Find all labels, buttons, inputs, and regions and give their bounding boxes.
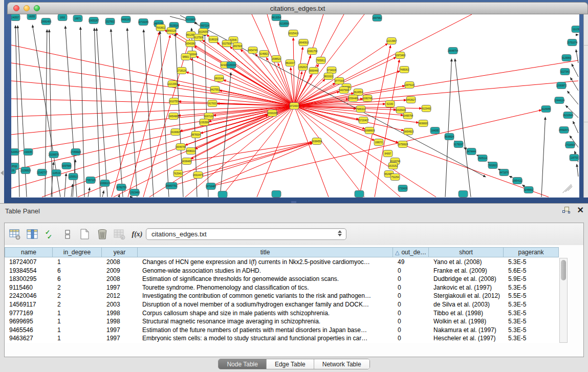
- table-cell[interactable]: 0: [393, 292, 429, 300]
- graph-node[interactable]: 20206576: [49, 151, 59, 158]
- table-cell[interactable]: Tibbo et al. (1998): [429, 309, 504, 318]
- graph-node[interactable]: 9146821: [259, 51, 269, 57]
- column-header-indegree[interactable]: in_degree: [53, 247, 102, 257]
- graph-node[interactable]: 9990448: [309, 68, 318, 74]
- table-row[interactable]: 977716911998Corpus callosum shape and si…: [5, 309, 559, 318]
- panel-collapse-arrow-icon[interactable]: [1, 170, 4, 176]
- minimize-window-button[interactable]: [24, 5, 30, 11]
- table-cell[interactable]: 0: [393, 267, 429, 275]
- table-cell[interactable]: 9115460: [5, 283, 53, 292]
- graph-node[interactable]: 4099489: [182, 158, 191, 165]
- graph-node[interactable]: 9857791: [168, 183, 177, 189]
- graph-node[interactable]: 6734028: [327, 67, 336, 74]
- table-cell[interactable]: 5.3E-5: [504, 258, 559, 267]
- table-cell[interactable]: 5.3E-5: [504, 309, 559, 318]
- table-cell[interactable]: 0: [393, 317, 429, 326]
- graph-node[interactable]: 9699695: [419, 120, 428, 127]
- table-cell[interactable]: Investigating the contribution of common…: [138, 292, 393, 300]
- graph-node[interactable]: 1250513: [69, 173, 78, 180]
- graph-node[interactable]: 8427552: [210, 86, 220, 93]
- graph-node[interactable]: 2935114: [478, 155, 487, 162]
- graph-node[interactable]: 2867608: [233, 43, 242, 50]
- graph-node[interactable]: 8498222: [186, 148, 195, 155]
- graph-node[interactable]: 12142737: [37, 169, 48, 176]
- zoom-window-button[interactable]: [34, 5, 40, 11]
- graph-node[interactable]: 12444124: [554, 97, 565, 104]
- graph-node[interactable]: 19218596: [279, 20, 290, 27]
- table-cell[interactable]: 9465546: [5, 326, 53, 335]
- table-cell[interactable]: 1997: [102, 283, 138, 292]
- graph-node[interactable]: 188072: [374, 139, 383, 146]
- graph-node[interactable]: [272, 191, 281, 198]
- graph-node[interactable]: 15592971: [559, 127, 570, 134]
- table-cell[interactable]: 0: [393, 300, 429, 309]
- graph-node[interactable]: 7986322: [356, 106, 365, 113]
- table-cell[interactable]: 0: [393, 326, 429, 335]
- table-cell[interactable]: 5.9E-5: [504, 275, 559, 283]
- table-cell[interactable]: Disruption of a novel member of a sodium…: [138, 300, 393, 309]
- graph-node[interactable]: 18640910: [298, 39, 309, 46]
- network-canvas[interactable]: 2405571605520691406169318871106552871527…: [11, 14, 579, 198]
- graph-node[interactable]: 8813054: [272, 14, 281, 21]
- graph-node[interactable]: 20691406: [41, 18, 52, 25]
- graph-node[interactable]: 12213967: [386, 38, 397, 45]
- table-cell[interactable]: Changes of HCN gene expression and I(f) …: [138, 258, 393, 267]
- table-cell[interactable]: 0: [393, 283, 429, 292]
- graph-node[interactable]: 7857224: [200, 23, 209, 29]
- graph-node[interactable]: 6497568: [339, 87, 349, 94]
- network-window-titlebar[interactable]: citations_edges.txt: [7, 2, 588, 14]
- table-cell[interactable]: Tourette syndrome. Phenomenology and cla…: [138, 283, 393, 292]
- graph-node[interactable]: 16543382: [185, 40, 196, 47]
- table-cell[interactable]: 5.3E-5: [504, 300, 559, 309]
- graph-node[interactable]: 18300295: [267, 110, 278, 117]
- table-row[interactable]: 1456911722003Disruption of a novel membe…: [5, 300, 559, 309]
- table-cell[interactable]: 5.3E-5: [504, 334, 559, 343]
- graph-node[interactable]: 114519: [52, 170, 61, 177]
- graph-node[interactable]: 7832621: [488, 162, 497, 169]
- table-cell[interactable]: 2: [53, 300, 102, 309]
- table-cell[interactable]: 5.3E-5: [504, 283, 559, 292]
- new-file-icon[interactable]: [78, 228, 92, 240]
- table-row[interactable]: 969969511998Structural magnetic resonanc…: [5, 317, 559, 326]
- table-cell[interactable]: 1997: [102, 326, 138, 335]
- graph-node[interactable]: 84067: [383, 150, 393, 157]
- table-row[interactable]: 911546021997Tourette syndrome. Phenomeno…: [5, 283, 559, 292]
- graph-node[interactable]: 10973493: [395, 52, 406, 59]
- close-window-button[interactable]: [13, 5, 19, 11]
- graph-node[interactable]: 8471676: [499, 169, 509, 176]
- graph-node[interactable]: 8822037: [286, 60, 295, 67]
- table-cell[interactable]: 18300295: [5, 275, 53, 283]
- graph-node[interactable]: 7955812: [316, 57, 325, 64]
- graph-node[interactable]: 15751074: [567, 39, 578, 46]
- graph-node[interactable]: 19166825: [170, 129, 181, 136]
- table-cell[interactable]: 2012: [102, 292, 138, 300]
- table-cell[interactable]: Franke et al. (2009): [429, 267, 504, 275]
- graph-node[interactable]: 9463627: [406, 97, 416, 103]
- graph-node[interactable]: 1527602: [105, 18, 115, 25]
- graph-node[interactable]: 10688609: [364, 127, 375, 134]
- graph-node[interactable]: 6179197: [454, 141, 463, 148]
- table-cell[interactable]: 19384554: [5, 267, 53, 275]
- graph-node[interactable]: 12353584: [199, 119, 210, 126]
- graph-node[interactable]: 19654923: [403, 128, 414, 135]
- graph-node[interactable]: 12156829: [20, 167, 31, 174]
- table-cell[interactable]: Embryonic stem cells: a model to study s…: [138, 334, 393, 343]
- graph-node[interactable]: 7625402: [173, 170, 183, 177]
- table-cell[interactable]: Nakamura et al. (1997): [429, 326, 504, 335]
- graph-node[interactable]: 1693: [58, 14, 67, 21]
- graph-node[interactable]: 10719155: [138, 19, 149, 26]
- graph-node[interactable]: 9129966: [562, 55, 571, 61]
- graph-node[interactable]: 18871: [73, 15, 82, 22]
- graph-node[interactable]: 817003: [208, 100, 217, 107]
- graph-node[interactable]: 2105334: [227, 62, 236, 69]
- graph-node[interactable]: 16961758: [307, 48, 318, 55]
- graph-node[interactable]: 111230: [572, 26, 579, 33]
- table-cell[interactable]: 5.5E-5: [504, 292, 559, 300]
- column-header-name[interactable]: name: [5, 247, 53, 257]
- graph-node[interactable]: 16033809: [185, 16, 196, 23]
- column-header-pagerank[interactable]: pagerank: [504, 247, 559, 257]
- graph-node[interactable]: [218, 191, 227, 198]
- table-cell[interactable]: 18724007: [5, 258, 53, 267]
- graph-node[interactable]: 10655287: [89, 17, 99, 24]
- graph-node[interactable]: 33139: [11, 167, 16, 174]
